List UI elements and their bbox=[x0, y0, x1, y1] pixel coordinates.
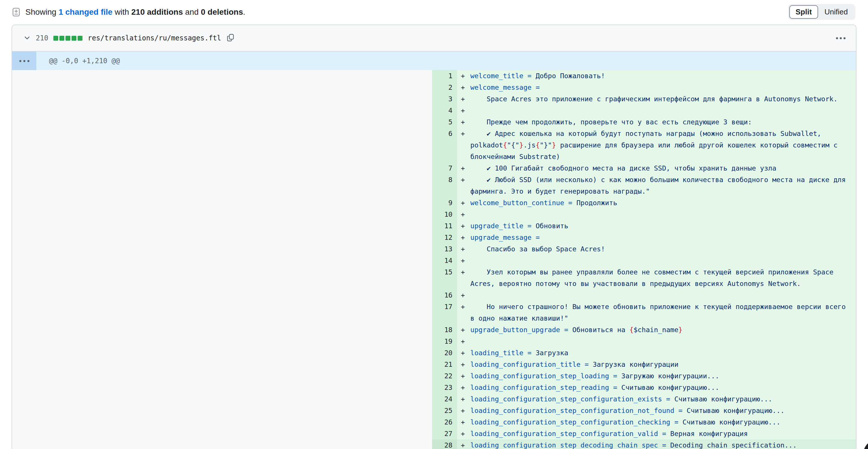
split-view-button[interactable]: Split bbox=[789, 5, 818, 19]
diff-row: 24+loading_configuration_step_configurat… bbox=[12, 393, 856, 405]
code-token-op: = bbox=[581, 360, 593, 368]
line-number[interactable]: 16 bbox=[432, 290, 457, 301]
code-token-key: loading_configuration_step_configuration… bbox=[470, 430, 658, 438]
line-number[interactable]: 23 bbox=[432, 382, 457, 393]
line-number[interactable]: 12 bbox=[432, 232, 457, 243]
diff-row: 15+ Узел которым вы ранее управляли боле… bbox=[12, 266, 856, 290]
line-number[interactable]: 17 bbox=[432, 301, 457, 324]
addition-marker: + bbox=[461, 416, 465, 428]
empty-old-side-cell bbox=[12, 370, 432, 382]
code-token-str: Но ничего страшного! Вы можете обновить … bbox=[470, 303, 850, 322]
addition-marker: + bbox=[461, 197, 465, 209]
code-token-key: loading_configuration_step_loading bbox=[470, 372, 609, 380]
code-token-op: = bbox=[523, 72, 535, 80]
code-token-str: Decoding chain specification... bbox=[670, 441, 797, 449]
line-number[interactable]: 10 bbox=[432, 209, 457, 220]
empty-old-side-cell bbox=[12, 428, 432, 440]
line-number[interactable]: 25 bbox=[432, 405, 457, 416]
line-number[interactable]: 18 bbox=[432, 324, 457, 336]
addition-code-cell: +loading_configuration_step_loading = За… bbox=[457, 370, 856, 382]
line-number[interactable]: 5 bbox=[432, 116, 457, 128]
code-token-key: loading_configuration_title bbox=[470, 360, 581, 368]
code-token-op: = bbox=[658, 430, 670, 438]
line-number[interactable]: 8 bbox=[432, 174, 457, 197]
diff-row: 21+loading_configuration_title = Загрузк… bbox=[12, 359, 856, 370]
code-token-op: = bbox=[609, 372, 621, 380]
line-number[interactable]: 21 bbox=[432, 359, 457, 370]
diffstat-addition-block bbox=[53, 36, 58, 41]
diff-row: 23+loading_configuration_step_reading = … bbox=[12, 382, 856, 393]
diff-row: 6+ ✔ Адрес кошелька на который будут пос… bbox=[12, 128, 856, 162]
line-number[interactable]: 24 bbox=[432, 393, 457, 405]
diff-row: 19+ bbox=[12, 336, 856, 347]
addition-code-cell: + Узел которым вы ранее управляли более … bbox=[457, 266, 856, 290]
empty-old-side-cell bbox=[12, 405, 432, 416]
line-number[interactable]: 4 bbox=[432, 105, 457, 116]
line-number[interactable]: 6 bbox=[432, 128, 457, 162]
addition-marker: + bbox=[461, 255, 465, 266]
code-token-str: Загрузка bbox=[535, 349, 568, 357]
code-token-str: Space Acres это приложение с графическим… bbox=[470, 95, 837, 103]
diffstat-addition-block bbox=[71, 36, 76, 41]
line-number[interactable]: 13 bbox=[432, 243, 457, 255]
code-token-key: welcome_title bbox=[470, 72, 523, 80]
code-token-str: "}" bbox=[540, 141, 552, 149]
empty-old-side-cell bbox=[12, 105, 432, 116]
addition-marker: + bbox=[461, 243, 465, 255]
line-number[interactable]: 22 bbox=[432, 370, 457, 382]
addition-code-cell: +loading_configuration_step_configuratio… bbox=[457, 416, 856, 428]
diff-row: 1+welcome_title = Добро Пожаловать! bbox=[12, 70, 856, 82]
file-path-link[interactable]: res/translations/ru/messages.ftl bbox=[88, 34, 221, 42]
diff-row: 7+ ✔ 100 Гигабайт свободного места на ди… bbox=[12, 162, 856, 174]
unified-view-button[interactable]: Unified bbox=[818, 5, 854, 19]
expand-hunk-button[interactable] bbox=[12, 52, 36, 70]
empty-old-side-cell bbox=[12, 174, 432, 197]
line-number[interactable]: 14 bbox=[432, 255, 457, 266]
code-token-str: ✔ 100 Гигабайт свободного места на диске… bbox=[470, 164, 776, 172]
addition-code-cell: + ✔ 100 Гигабайт свободного места на дис… bbox=[457, 162, 856, 174]
addition-code-cell: +welcome_button_continue = Продолжить bbox=[457, 197, 856, 209]
addition-marker: + bbox=[461, 301, 465, 312]
floating-corner-button[interactable] bbox=[863, 439, 868, 449]
copy-path-button[interactable] bbox=[226, 33, 235, 43]
line-number[interactable]: 9 bbox=[432, 197, 457, 209]
code-token-key: upgrade_message bbox=[470, 234, 531, 242]
addition-marker: + bbox=[461, 174, 465, 185]
line-number[interactable]: 15 bbox=[432, 266, 457, 290]
code-token-key: loading_configuration_step_reading bbox=[470, 384, 609, 392]
code-token-op: = bbox=[523, 349, 535, 357]
empty-old-side-cell bbox=[12, 416, 432, 428]
collapse-file-button[interactable] bbox=[24, 34, 31, 42]
addition-code-cell: + Спасибо за выбор Space Acres! bbox=[457, 243, 856, 255]
diff-row: 9+welcome_button_continue = Продолжить bbox=[12, 197, 856, 209]
summary-text: Showing 1 changed file with 210 addition… bbox=[25, 7, 245, 17]
line-number[interactable]: 11 bbox=[432, 220, 457, 232]
line-number[interactable]: 2 bbox=[432, 82, 457, 93]
changed-files-link[interactable]: 1 changed file bbox=[59, 7, 113, 17]
addition-marker: + bbox=[461, 162, 465, 174]
kebab-dot bbox=[840, 37, 842, 39]
addition-code-cell: +welcome_message = bbox=[457, 82, 856, 93]
code-token-key: upgrade_button_upgrade bbox=[470, 326, 560, 334]
diff-row: 28+loading_configuration_step_decoding_c… bbox=[12, 440, 856, 449]
addition-code-cell: + bbox=[457, 105, 856, 116]
code-token-str: Узел которым вы ранее управляли более не… bbox=[470, 268, 837, 288]
line-number[interactable]: 19 bbox=[432, 336, 457, 347]
diff-row: 5+ Прежде чем продолжить, проверьте что … bbox=[12, 116, 856, 128]
line-number[interactable]: 7 bbox=[432, 162, 457, 174]
addition-code-cell: +upgrade_title = Обновить bbox=[457, 220, 856, 232]
empty-old-side-cell bbox=[12, 359, 432, 370]
line-number[interactable]: 20 bbox=[432, 347, 457, 359]
line-number[interactable]: 26 bbox=[432, 416, 457, 428]
addition-marker: + bbox=[461, 347, 465, 359]
code-token-str: Добро Пожаловать! bbox=[535, 72, 605, 80]
empty-old-side-cell bbox=[12, 128, 432, 162]
file-options-button[interactable] bbox=[834, 34, 847, 42]
code-token-brace: { bbox=[629, 326, 633, 334]
line-number[interactable]: 3 bbox=[432, 93, 457, 105]
line-number[interactable]: 27 bbox=[432, 428, 457, 440]
line-number[interactable]: 1 bbox=[432, 70, 457, 82]
line-number[interactable]: 28 bbox=[432, 440, 457, 449]
addition-marker: + bbox=[461, 70, 465, 82]
addition-code-cell: +welcome_title = Добро Пожаловать! bbox=[457, 70, 856, 82]
